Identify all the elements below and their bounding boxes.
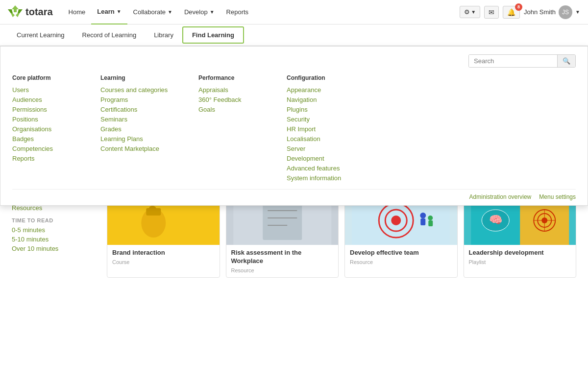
mega-link-badges[interactable]: Badges [12,135,76,143]
card-6-type: Resource [231,267,334,273]
card-6-title: Risk assessment in the Workplace [231,249,334,265]
svg-point-34 [391,216,401,225]
svg-point-37 [428,216,433,220]
nav-item-develop[interactable]: Develop ▼ [178,0,220,24]
mega-link-360-feedback[interactable]: 360° Feedback [198,96,262,103]
develop-chevron-icon: ▼ [210,9,215,15]
learn-chevron-icon: ▼ [117,9,122,14]
mega-footer-admin-overview[interactable]: Administration overview [469,193,532,200]
bell-icon: 🔔 [507,8,515,16]
sub-nav: Current Learning Record of Learning Libr… [0,24,588,46]
card-7-type: Resource [350,259,452,265]
mega-col-performance: Performance Appraisals 360° Feedback Goa… [198,74,262,184]
mega-link-courses-categories[interactable]: Courses and categories [100,86,174,94]
card-8-type: Playlist [469,259,571,265]
notifications-button[interactable]: 🔔 8 [503,6,520,19]
sidebar-link-5-10-minutes[interactable]: 5-10 minutes [12,236,95,243]
mega-link-learning-plans[interactable]: Learning Plans [100,135,174,143]
mega-link-system-information[interactable]: System information [287,174,360,182]
mega-link-positions[interactable]: Positions [12,116,76,123]
user-chevron-icon: ▼ [575,9,580,15]
card-leadership-development[interactable]: 🧠 Leadership development Playlist [464,195,577,278]
mega-col-configuration-heading: Configuration [287,74,360,81]
mega-dropdown: 🔍 Core platform Users Audiences Permissi… [0,46,588,206]
mega-col-configuration: Configuration Appearance Navigation Plug… [287,74,360,184]
mega-link-organisations[interactable]: Organisations [12,125,76,133]
svg-marker-0 [12,5,19,12]
mega-link-users[interactable]: Users [12,86,76,94]
mega-link-audiences[interactable]: Audiences [12,96,76,103]
mail-icon: ✉ [489,8,494,16]
mega-link-grades[interactable]: Grades [100,125,174,133]
time-to-read-heading: TIME TO READ [12,217,95,223]
nav-item-home[interactable]: Home [63,0,92,24]
mega-col-core-platform-heading: Core platform [12,74,76,81]
nav-item-reports[interactable]: Reports [220,0,255,24]
svg-marker-3 [11,13,15,17]
card-8-title: Leadership development [469,249,571,257]
time-to-read-section: TIME TO READ 0-5 minutes 5-10 minutes Ov… [12,217,95,252]
user-name: John Smith [524,8,556,16]
nav-item-collaborate[interactable]: Collaborate ▼ [127,0,178,24]
svg-marker-1 [8,9,13,13]
top-nav: totara Home Learn ▼ Collaborate ▼ Develo… [0,0,588,24]
mega-link-appearance[interactable]: Appearance [287,86,360,94]
svg-rect-27 [263,201,302,240]
messages-button[interactable]: ✉ [484,6,499,19]
mega-col-performance-heading: Performance [198,74,262,81]
nav-item-learn[interactable]: Learn ▼ [91,0,127,24]
mega-link-advanced-features[interactable]: Advanced features [287,165,360,172]
mega-col-learning: Learning Courses and categories Programs… [100,74,174,184]
user-menu-button[interactable]: John Smith JS ▼ [524,5,580,19]
mega-search-box[interactable]: 🔍 [468,54,576,68]
mega-link-server[interactable]: Server [287,145,360,152]
settings-chevron-icon: ▼ [471,9,476,15]
mega-link-programs[interactable]: Programs [100,96,174,103]
sidebar-link-0-5-minutes[interactable]: 0-5 minutes [12,226,95,234]
sub-nav-library[interactable]: Library [145,26,182,44]
settings-button[interactable]: ⚙ ▼ [460,6,480,18]
mega-link-seminars[interactable]: Seminars [100,116,174,123]
sub-nav-find-learning[interactable]: Find Learning [182,26,244,44]
mega-link-goals[interactable]: Goals [198,106,262,113]
svg-point-35 [420,213,426,218]
mega-search-input[interactable] [469,55,557,67]
gear-icon: ⚙ [464,8,470,16]
sub-nav-record-of-learning[interactable]: Record of Learning [74,26,146,44]
svg-point-25 [148,206,156,214]
card-risk-assessment[interactable]: Risk assessment in the Workplace Resourc… [226,195,339,278]
logo-icon [8,5,23,19]
mega-link-hr-import[interactable]: HR Import [287,125,360,133]
sub-nav-current-learning[interactable]: Current Learning [8,26,74,44]
card-5-title: Brand interaction [112,249,215,257]
svg-rect-36 [420,218,425,225]
avatar: JS [559,5,572,19]
card-5-type: Course [112,259,215,265]
mega-link-plugins[interactable]: Plugins [287,106,360,113]
svg-marker-4 [16,13,20,17]
mega-link-navigation[interactable]: Navigation [287,96,360,103]
mega-col-core-platform: Core platform Users Audiences Permission… [12,74,76,184]
svg-rect-38 [428,220,433,226]
mega-link-appraisals[interactable]: Appraisals [198,86,262,94]
sidebar-link-over-10-minutes[interactable]: Over 10 minutes [12,245,95,252]
mega-link-content-marketplace[interactable]: Content Marketplace [100,145,174,152]
nav-items: Home Learn ▼ Collaborate ▼ Develop ▼ Rep… [63,0,460,24]
mega-link-certifications[interactable]: Certifications [100,106,174,113]
mega-link-permissions[interactable]: Permissions [12,106,76,113]
mega-link-localisation[interactable]: Localisation [287,135,360,143]
mega-link-security[interactable]: Security [287,116,360,123]
logo[interactable]: totara [8,5,53,19]
mega-link-competencies[interactable]: Competencies [12,145,76,152]
mega-link-reports[interactable]: Reports [12,155,76,162]
mega-link-development[interactable]: Development [287,155,360,162]
card-develop-effective-team[interactable]: Develop effective team Resource [344,195,458,278]
mega-footer-menu-settings[interactable]: Menu settings [539,193,576,200]
notification-badge: 8 [515,3,522,11]
mega-col-learning-heading: Learning [100,74,174,81]
mega-search-button[interactable]: 🔍 [557,55,575,67]
card-brand-interaction[interactable]: Brand interaction Course [107,195,220,278]
logo-text: totara [25,6,53,18]
nav-right: ⚙ ▼ ✉ 🔔 8 John Smith JS ▼ [460,5,580,19]
collaborate-chevron-icon: ▼ [168,9,172,15]
